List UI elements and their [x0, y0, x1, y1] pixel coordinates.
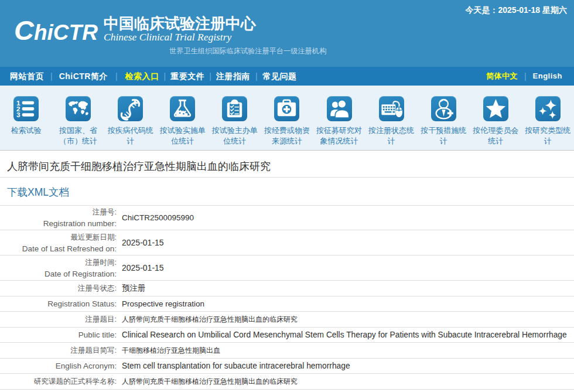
svg-text:3: 3 [16, 111, 20, 118]
